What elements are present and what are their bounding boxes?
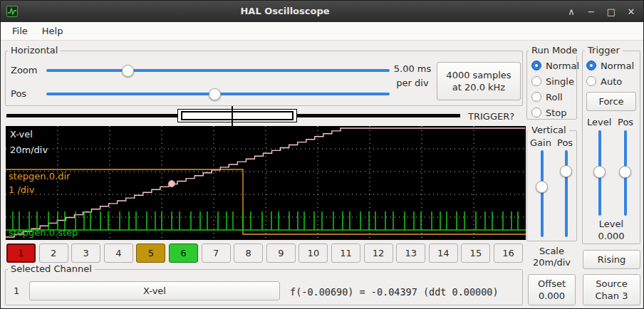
trigger-level-slider-handle[interactable]: [593, 166, 606, 178]
channel-button-16[interactable]: 16: [494, 243, 523, 263]
run-mode-frame-label: Run Mode: [529, 45, 580, 56]
scope-ch1-scale: 20m/div: [10, 145, 48, 155]
trigger-position-tick: [232, 106, 233, 126]
selected-channel-frame-label: Selected Channel: [8, 263, 95, 274]
scope-ch6-name: stepgen.0.step: [9, 228, 78, 238]
channel-button-3[interactable]: 3: [71, 243, 100, 263]
scale-value: 20m/div: [526, 257, 577, 268]
menubar: File Help: [1, 22, 643, 41]
scope-ch5-scale: 1 /div: [9, 185, 34, 195]
channel-button-7[interactable]: 7: [202, 243, 231, 263]
gain-col-label: Gain: [530, 137, 551, 148]
minimize-button[interactable]: −: [583, 4, 599, 19]
channel-button-4[interactable]: 4: [104, 243, 133, 263]
gain-slider-handle[interactable]: [536, 181, 548, 193]
vertical-frame-label: Vertical: [529, 125, 569, 135]
pos-label: Pos: [11, 88, 26, 99]
window: HAL Oscilloscope ∧ − □ ✕ File Help Horiz…: [0, 0, 644, 309]
channel-button-11[interactable]: 11: [331, 243, 360, 263]
source-line2: Chan 3: [596, 290, 628, 302]
radio-unchecked-icon[interactable]: [531, 92, 541, 102]
trigger-level-value: 0.000: [582, 231, 640, 241]
samples-button[interactable]: 4000 samples at 20.0 kHz: [437, 62, 521, 100]
channel-name-label: X-vel: [143, 285, 166, 297]
close-button[interactable]: ✕: [623, 4, 639, 19]
titlebar: HAL Oscilloscope ∧ − □ ✕: [1, 1, 643, 22]
channel-readout: f(-0.00690) = -0.04397 (ddt 0.00000): [290, 286, 499, 298]
channel-button-10[interactable]: 10: [298, 243, 328, 263]
zoom-slider-track[interactable]: [46, 69, 390, 72]
samples-line1: 4000 samples: [446, 69, 511, 81]
radio-checked-icon[interactable]: [586, 61, 596, 70]
run-mode-option-roll[interactable]: Roll: [531, 92, 579, 102]
scope-ch1-name: X-vel: [10, 130, 33, 140]
zoom-slider-handle[interactable]: [122, 65, 134, 77]
menu-help[interactable]: Help: [35, 23, 71, 38]
offset-line1: Offset: [538, 278, 566, 290]
pos-slider-handle[interactable]: [209, 88, 221, 100]
scope-display: [6, 126, 526, 240]
per-div-unit: per div: [391, 78, 434, 88]
run-mode-option-normal[interactable]: Normal: [531, 61, 579, 70]
force-button[interactable]: Force: [586, 92, 636, 111]
trigger-marker-dot: [169, 181, 175, 187]
rising-button-label: Rising: [598, 253, 626, 266]
menu-file[interactable]: File: [5, 23, 35, 38]
trigger-level-caption: Level: [582, 219, 640, 229]
channel-button-14[interactable]: 14: [429, 243, 458, 263]
trigger-option-label: Auto: [601, 76, 622, 87]
radio-unchecked-icon[interactable]: [531, 76, 541, 86]
radio-unchecked-icon[interactable]: [586, 76, 596, 86]
vertical-pos-col-label: Pos: [557, 137, 573, 148]
channel-button-12[interactable]: 12: [364, 243, 393, 263]
radio-unchecked-icon[interactable]: [531, 108, 541, 117]
gain-slider-track[interactable]: [541, 150, 544, 237]
channel-button-6[interactable]: 6: [169, 243, 198, 263]
run-mode-option-stop[interactable]: Stop: [531, 108, 579, 117]
offset-button[interactable]: Offset 0.000: [528, 274, 576, 305]
channel-button-15[interactable]: 15: [461, 243, 490, 263]
trigger-frame-label: Trigger: [585, 45, 623, 56]
selected-channel-number: 1: [14, 286, 19, 296]
channel-name-button[interactable]: X-vel: [29, 281, 280, 300]
window-title: HAL Oscilloscope: [1, 1, 569, 22]
trigger-option-label: Normal: [601, 61, 634, 71]
run-mode-option-label: Stop: [546, 108, 567, 118]
trigger-option-normal[interactable]: Normal: [586, 61, 634, 70]
run-mode-options: NormalSingleRollStop: [531, 61, 579, 117]
source-line1: Source: [596, 278, 628, 290]
channel-button-8[interactable]: 8: [234, 243, 263, 263]
run-mode-option-label: Single: [546, 76, 574, 87]
maximize-button[interactable]: □: [603, 4, 619, 19]
run-mode-option-label: Roll: [546, 92, 563, 103]
run-mode-option-single[interactable]: Single: [531, 76, 579, 86]
zoom-label: Zoom: [11, 65, 37, 75]
run-mode-option-label: Normal: [546, 61, 579, 71]
channel-button-1[interactable]: 1: [6, 243, 36, 263]
offset-line2: 0.000: [539, 290, 565, 302]
scope-waveform-svg: [6, 126, 526, 240]
trigger-question-label: TRIGGER?: [468, 111, 514, 122]
shade-button[interactable]: ∧: [564, 4, 579, 19]
channel-button-13[interactable]: 13: [396, 243, 425, 263]
trigger-option-auto[interactable]: Auto: [586, 76, 634, 86]
per-div-value: 5.00 ms: [391, 63, 434, 74]
record-view-window-inner: [181, 111, 294, 120]
trigger-options: NormalAuto: [586, 61, 634, 86]
horizontal-frame-label: Horizontal: [8, 45, 61, 56]
scope-ch5-name: stepgen.0.dir: [9, 172, 70, 182]
vertical-pos-slider-handle[interactable]: [560, 165, 572, 177]
radio-checked-icon[interactable]: [531, 61, 541, 70]
channel-button-5[interactable]: 5: [136, 243, 165, 263]
trigger-pos-slider-handle[interactable]: [619, 166, 631, 178]
trigger-level-col-label: Level: [587, 117, 611, 127]
rising-button[interactable]: Rising: [583, 250, 640, 269]
force-button-label: Force: [598, 95, 623, 108]
channel-button-2[interactable]: 2: [39, 243, 68, 263]
trigger-source-button[interactable]: Source Chan 3: [583, 274, 640, 305]
vertical-pos-slider-track[interactable]: [565, 150, 568, 237]
trigger-pos-col-label: Pos: [618, 117, 633, 127]
samples-line2: at 20.0 kHz: [452, 81, 505, 93]
channel-button-9[interactable]: 9: [266, 243, 296, 263]
scale-caption: Scale: [526, 246, 577, 256]
